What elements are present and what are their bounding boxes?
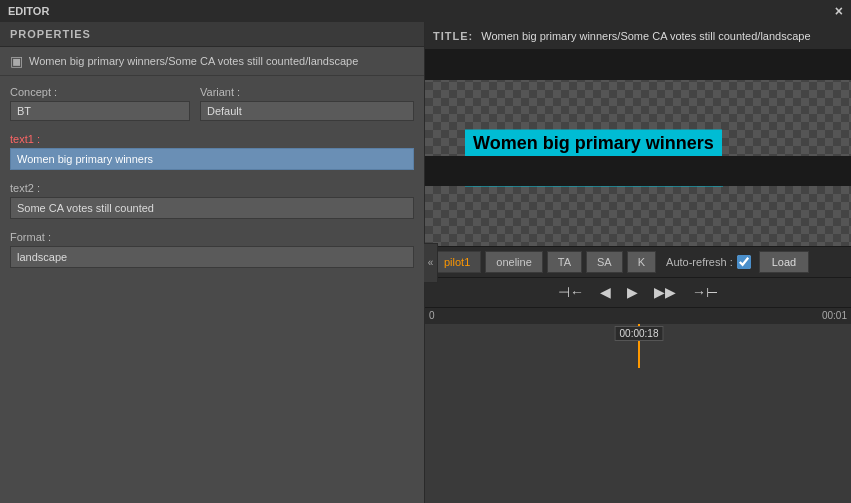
auto-refresh-label: Auto-refresh :	[666, 256, 733, 268]
rewind-button[interactable]: ◀	[596, 282, 615, 302]
playhead-time: 00:00:18	[615, 326, 664, 341]
left-panel: PROPERTIES ▣ Women big primary winners/S…	[0, 22, 425, 503]
title-row: TITLE: Women big primary winners/Some CA…	[425, 22, 851, 50]
timeline-start: 0	[429, 310, 435, 321]
text1-field-row: text1 :	[10, 133, 414, 170]
variant-select[interactable]: Default	[200, 101, 414, 121]
doc-title: Women big primary winners/Some CA votes …	[29, 55, 358, 67]
close-icon[interactable]: ×	[835, 3, 843, 19]
text2-input[interactable]	[10, 197, 414, 219]
collapse-button[interactable]: «	[424, 243, 438, 283]
k-button[interactable]: K	[627, 251, 656, 273]
title-label-text: TITLE:	[433, 30, 473, 42]
concept-select[interactable]: BT	[10, 101, 190, 121]
ta-button[interactable]: TA	[547, 251, 582, 273]
auto-refresh-checkbox[interactable]	[737, 255, 751, 269]
go-to-start-button[interactable]: ⊣←	[554, 282, 588, 302]
pilot1-button[interactable]: pilot1	[433, 251, 481, 273]
concept-select-wrapper: BT	[10, 101, 190, 121]
text1-label: text1 :	[10, 133, 414, 145]
sa-button[interactable]: SA	[586, 251, 623, 273]
main-layout: PROPERTIES ▣ Women big primary winners/S…	[0, 22, 851, 503]
doc-title-row: ▣ Women big primary winners/Some CA vote…	[0, 47, 424, 76]
timeline-ruler: 0 00:01	[425, 308, 851, 324]
timeline-end: 00:01	[822, 310, 847, 321]
transport-bar: ⊣← ◀ ▶ ▶▶ →⊢	[425, 278, 851, 308]
preview-area: Women big primary winners Some CA votes …	[425, 50, 851, 246]
oneline-button[interactable]: oneline	[485, 251, 542, 273]
text2-label: text2 :	[10, 182, 414, 194]
format-input[interactable]	[10, 246, 414, 268]
title-value-text: Women big primary winners/Some CA votes …	[481, 30, 810, 42]
format-field-row: Format :	[10, 231, 414, 268]
properties-content: Concept : BT Variant : Default	[0, 76, 424, 503]
variant-col: Variant : Default	[200, 86, 414, 121]
concept-label: Concept :	[10, 86, 190, 98]
editor-title: EDITOR	[8, 5, 49, 17]
overlay-line1: Women big primary winners	[465, 129, 722, 156]
title-bar: EDITOR ×	[0, 0, 851, 22]
right-panel: TITLE: Women big primary winners/Some CA…	[425, 22, 851, 503]
variant-label: Variant :	[200, 86, 414, 98]
controls-bar: pilot1 oneline TA SA K Auto-refresh : Lo…	[425, 246, 851, 278]
properties-header: PROPERTIES	[0, 22, 424, 47]
text1-input[interactable]	[10, 148, 414, 170]
forward-button[interactable]: ▶▶	[650, 282, 680, 302]
playhead: 00:00:18	[638, 324, 640, 368]
black-bar-bottom	[425, 156, 851, 186]
timeline-area: 0 00:01 00:00:18	[425, 308, 851, 504]
concept-variant-row: Concept : BT Variant : Default	[10, 86, 414, 121]
load-button[interactable]: Load	[759, 251, 809, 273]
black-bar-top	[425, 50, 851, 80]
format-label: Format :	[10, 231, 414, 243]
variant-select-wrapper: Default	[200, 101, 414, 121]
document-icon: ▣	[10, 53, 23, 69]
concept-col: Concept : BT	[10, 86, 190, 121]
timeline-track[interactable]: 00:00:18	[425, 324, 851, 368]
play-button[interactable]: ▶	[623, 282, 642, 302]
text2-field-row: text2 :	[10, 182, 414, 219]
go-to-end-button[interactable]: →⊢	[688, 282, 722, 302]
